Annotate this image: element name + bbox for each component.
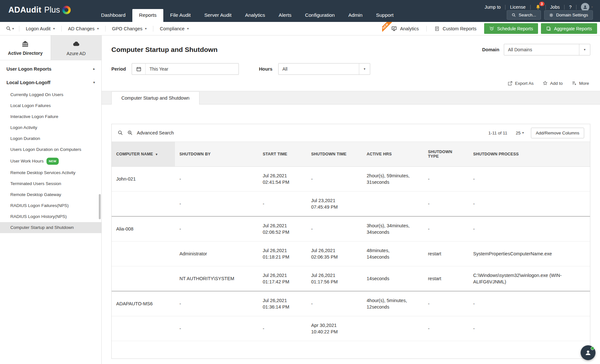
column-header-shutdown-time[interactable]: SHUTDOWN TIME xyxy=(307,142,362,167)
chevron-down-icon: ▾ xyxy=(93,81,95,84)
search-label: Search... xyxy=(519,13,536,17)
menu-gpo-changes[interactable]: GPO Changes ▾ xyxy=(106,26,153,31)
table-cell: John-021 xyxy=(112,167,175,192)
sidebar-item-radius-logon-failures[interactable]: RADIUS Logon Failures(NPS) xyxy=(0,200,101,211)
report-actions: Export As Add to More xyxy=(102,75,600,86)
column-header-start-time[interactable]: START TIME xyxy=(258,142,307,167)
nav-item-server-audit[interactable]: Server Audit xyxy=(198,9,238,22)
sidebar-item-label: Terminated Users Session xyxy=(10,181,61,187)
license-link[interactable]: License xyxy=(510,5,525,10)
support-chat-button[interactable] xyxy=(581,345,595,360)
logo-text-main: ADAudit xyxy=(8,5,41,15)
domain-settings-button[interactable]: Domain Settings xyxy=(544,10,593,20)
help-link[interactable]: ? xyxy=(569,5,572,10)
page-title: Computer Startup and Shutdown xyxy=(111,46,218,54)
logo-text-sub: Plus xyxy=(44,5,60,15)
sidebar-item-interactive-logon-failure[interactable]: Interactive Logon Failure xyxy=(0,111,101,122)
jobs-link[interactable]: Jobs xyxy=(550,5,560,10)
section-user-logon-reports[interactable]: User Logon Reports ▸ xyxy=(0,62,101,76)
table-row: ADAPAUTO-MS6-Jul 26,2021 01:36:14 PM-4ho… xyxy=(112,291,590,316)
sidebar-item-label: Currently Logged On Users xyxy=(10,92,63,98)
table-cell: Apr 30,2021 10:40:22 PM xyxy=(307,316,362,341)
menu-compliance[interactable]: Compliance ▾ xyxy=(153,26,195,31)
tab-active-directory[interactable]: Active Directory xyxy=(0,35,51,60)
sidebar-item-radius-logon-history[interactable]: RADIUS Logon History(NPS) xyxy=(0,211,101,222)
period-picker[interactable]: This Year xyxy=(132,63,239,75)
notification-count-badge: 3 xyxy=(539,2,544,6)
add-to-button[interactable]: Add to xyxy=(543,81,563,86)
sidebar-item-label: RADIUS Logon Failures(NPS) xyxy=(10,203,69,209)
menu-logon-audit[interactable]: Logon Audit ▾ xyxy=(19,26,61,31)
nav-item-analytics[interactable]: Analytics xyxy=(238,9,272,22)
custom-reports-button[interactable]: Custom Reports xyxy=(427,22,484,35)
export-as-button[interactable]: Export As xyxy=(508,81,534,86)
section-label: Local Logon-Logoff xyxy=(6,80,50,85)
sidebar-item-local-logon-failures[interactable]: Local Logon Failures xyxy=(0,100,101,111)
nav-item-dashboard[interactable]: Dashboard xyxy=(94,9,132,22)
domain-select[interactable]: All Domains ▾ xyxy=(504,44,590,55)
tab-computer-startup-and-shutdown[interactable]: Computer Startup and Shutdown xyxy=(111,91,199,104)
report-table: COMPUTER NAME▾ SHUTDOWN BY START TIME SH… xyxy=(112,142,590,341)
chevron-down-icon: ▾ xyxy=(522,131,524,134)
table-cell: Jul 26,2021 02:06:52 PM xyxy=(258,216,307,241)
table-cell: Jul 26,2021 01:17:42 PM xyxy=(258,266,307,291)
nav-item-support[interactable]: Support xyxy=(369,9,400,22)
reports-toolbar: ▾ Logon Audit ▾ AD Changes ▾ GPO Changes… xyxy=(0,22,600,35)
notifications-bell-icon[interactable]: 3 xyxy=(535,4,541,10)
export-icon xyxy=(508,81,513,86)
jump-to-link[interactable]: Jump to xyxy=(485,5,501,10)
column-header-shutdown-process[interactable]: SHUTDOWN PROCESS xyxy=(469,142,590,167)
table-cell: 2hour(s), 59minutes, 31seconds xyxy=(362,167,423,192)
table-cell xyxy=(112,241,175,266)
sidebar-item-computer-startup-and-shutdown[interactable]: Computer Startup and Shutdown xyxy=(0,222,101,233)
table-cell: NT AUTHORITY\SYSTEM xyxy=(175,266,258,291)
section-local-logon-logoff[interactable]: Local Logon-Logoff ▾ xyxy=(0,76,101,89)
add-remove-columns-button[interactable]: Add/Remove Columns xyxy=(531,128,584,138)
nav-item-file-audit[interactable]: File Audit xyxy=(163,9,198,22)
table-cell: - xyxy=(469,192,590,217)
nav-item-configuration[interactable]: Configuration xyxy=(298,9,341,22)
sidebar-item-remote-desktop-gateway[interactable]: Remote Desktop Gateway xyxy=(0,189,101,200)
advanced-search-icon[interactable] xyxy=(127,130,133,136)
nav-item-alerts[interactable]: Alerts xyxy=(272,9,298,22)
sidebar-item-user-work-hours[interactable]: User Work Hours NEW xyxy=(0,155,101,167)
sidebar-scrollbar[interactable] xyxy=(99,194,101,219)
table-cell xyxy=(362,316,423,341)
hours-select[interactable]: All ▾ xyxy=(278,63,370,75)
report-search-button[interactable]: ▾ xyxy=(6,26,19,31)
search-icon[interactable] xyxy=(117,130,123,136)
table-cell: SystemPropertiesComputerName.exe xyxy=(469,241,590,266)
pagination-range: 1-11 of 11 xyxy=(488,131,507,135)
nav-item-admin[interactable]: Admin xyxy=(341,9,369,22)
analytics-button[interactable]: NEW Analytics xyxy=(381,22,426,35)
column-header-computer-name[interactable]: COMPUTER NAME▾ xyxy=(112,142,175,167)
table-cell: ADAPAUTO-MS6 xyxy=(112,291,175,316)
sidebar-item-remote-desktop-services-activity[interactable]: Remote Desktop Services Activity xyxy=(0,167,101,178)
sidebar-item-label: RADIUS Logon History(NPS) xyxy=(10,214,67,220)
column-header-active-hrs[interactable]: ACTIVE HRS xyxy=(362,142,423,167)
aggregate-reports-button[interactable]: Aggregate Reports xyxy=(541,23,597,34)
global-search-button[interactable]: Search... xyxy=(507,10,541,20)
page-size-select[interactable]: 25 ▾ xyxy=(516,131,524,135)
schedule-reports-button[interactable]: Schedule Reports xyxy=(484,23,538,34)
app-logo[interactable]: ADAuditPlus xyxy=(8,5,71,15)
tab-azure-ad[interactable]: Azure AD xyxy=(51,35,102,60)
sidebar-item-logon-duration[interactable]: Logon Duration xyxy=(0,133,101,144)
column-header-shutdown-type[interactable]: SHUTDOWN TYPE xyxy=(423,142,469,167)
divider xyxy=(530,5,531,10)
clock-icon xyxy=(489,26,494,31)
column-header-shutdown-by[interactable]: SHUTDOWN BY xyxy=(175,142,258,167)
nav-item-reports[interactable]: Reports xyxy=(132,9,163,22)
new-ribbon-badge: NEW xyxy=(382,22,392,32)
table-cell xyxy=(112,316,175,341)
sidebar-item-logon-activity[interactable]: Logon Activity xyxy=(0,122,101,133)
advanced-search-label[interactable]: Advanced Search xyxy=(137,130,174,135)
menu-ad-changes[interactable]: AD Changes ▾ xyxy=(62,26,105,31)
table-cell: Jul 26,2021 01:36:14 PM xyxy=(258,291,307,316)
table-cell: - xyxy=(307,167,362,192)
sidebar-item-users-logon-duration-on-computers[interactable]: Users Logon Duration on Computers xyxy=(0,144,101,155)
aggregate-reports-icon xyxy=(546,26,551,31)
more-button[interactable]: More xyxy=(572,81,589,86)
sidebar-item-currently-logged-on-users[interactable]: Currently Logged On Users xyxy=(0,89,101,100)
sidebar-item-terminated-users-session[interactable]: Terminated Users Session xyxy=(0,178,101,189)
